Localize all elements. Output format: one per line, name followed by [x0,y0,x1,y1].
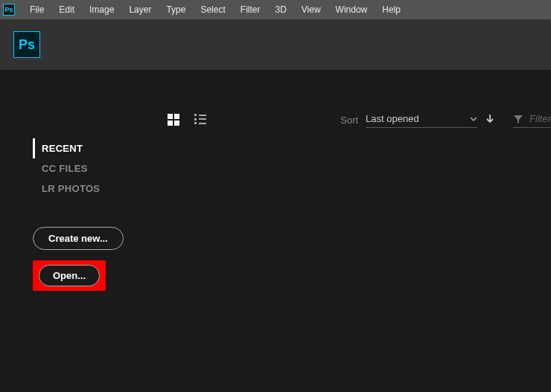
menu-help[interactable]: Help [375,4,408,15]
sidebar-item-ccfiles[interactable]: CC FILES [33,158,134,179]
menu-select[interactable]: Select [193,4,232,15]
create-new-button[interactable]: Create new... [33,227,124,250]
filter-area[interactable]: Filter [513,112,551,128]
app-logo-label: Ps [19,37,35,53]
app-icon-small: Ps [3,4,15,16]
chevron-down-icon [470,115,477,123]
menu-window[interactable]: Window [328,4,375,15]
menu-edit[interactable]: Edit [51,4,82,15]
sort-direction-icon[interactable] [485,113,495,126]
grid-view-icon[interactable] [168,114,179,126]
menubar: Ps File Edit Image Layer Type Select Fil… [0,0,551,19]
view-toggles [168,114,206,126]
menu-filter[interactable]: Filter [233,4,268,15]
sort-dropdown[interactable]: Last opened [366,112,477,128]
menu-file[interactable]: File [22,4,51,15]
filter-placeholder: Filter [529,113,551,124]
sort-value: Last opened [366,113,419,124]
menu-layer[interactable]: Layer [121,4,159,15]
open-button-highlight: Open... [33,260,106,291]
list-view-icon[interactable] [194,114,206,124]
main-area: RECENT CC FILES LR PHOTOS Create new... … [0,70,551,392]
app-logo: Ps [13,31,40,58]
sort-area: Sort Last opened [340,112,495,128]
menu-type[interactable]: Type [159,4,193,15]
menu-view[interactable]: View [294,4,328,15]
menu-3d[interactable]: 3D [267,4,293,15]
open-button[interactable]: Open... [39,265,100,286]
sidebar-buttons: Create new... Open... [33,227,134,291]
sort-label: Sort [340,115,358,126]
menu-image[interactable]: Image [82,4,121,15]
content-topbar: Sort Last opened Filter [168,112,551,128]
app-icon-small-label: Ps [4,6,13,13]
sidebar-item-recent[interactable]: RECENT [33,138,134,158]
sidebar: RECENT CC FILES LR PHOTOS Create new... … [0,70,134,392]
toolbar: Ps [0,19,551,70]
filter-icon [513,114,523,124]
sidebar-item-lrphotos[interactable]: LR PHOTOS [33,179,134,199]
